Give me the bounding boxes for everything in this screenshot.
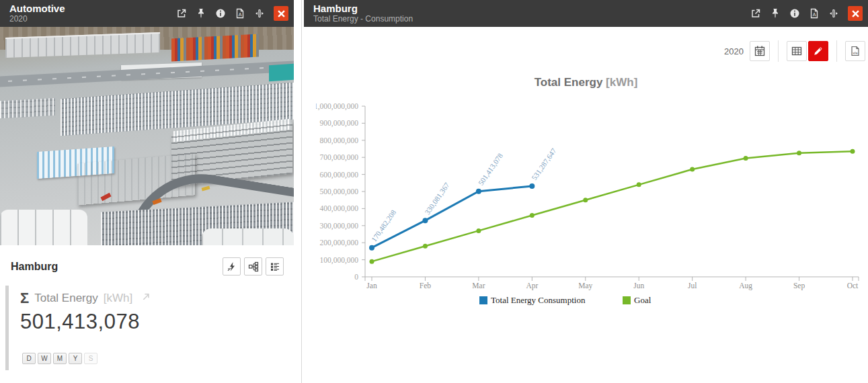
panel-title: Automotive <box>9 3 176 14</box>
svg-text:Apr: Apr <box>526 282 538 290</box>
list-button[interactable] <box>266 257 284 275</box>
sigma-icon: Σ <box>20 291 29 306</box>
svg-text:A: A <box>239 12 242 17</box>
export-xls-button[interactable]: xls <box>845 41 865 61</box>
period-button-d[interactable]: D <box>22 353 36 364</box>
svg-text:Goal: Goal <box>634 295 652 305</box>
kpi-card-total-energy: Σ Total Energy [kWh] 501,413,078 DWMYS <box>5 286 290 370</box>
svg-text:400,000,000: 400,000,000 <box>320 204 359 213</box>
period-button-y[interactable]: Y <box>69 353 82 364</box>
svg-text:900,000,000: 900,000,000 <box>320 119 359 128</box>
svg-text:100,000,000: 100,000,000 <box>320 256 359 265</box>
export-xls-icon: xls <box>849 44 862 58</box>
energy-connection-button[interactable] <box>223 257 241 275</box>
kpi-label-row: Σ Total Energy [kWh] <box>20 291 290 306</box>
svg-text:xls: xls <box>853 51 857 55</box>
panel-header-actions: A <box>176 6 294 21</box>
hierarchy-button[interactable] <box>244 257 262 275</box>
toolbar-separator <box>836 40 837 62</box>
svg-text:Oct: Oct <box>847 282 859 290</box>
svg-text:700,000,000: 700,000,000 <box>320 153 359 162</box>
kpi-unit: [kWh] <box>104 292 132 305</box>
panel-header-actions: A <box>750 6 868 21</box>
panel-chart-header: Hamburg Total Energy - Consumption A <box>304 0 868 27</box>
svg-text:531,287,647: 531,287,647 <box>530 146 558 181</box>
svg-text:Feb: Feb <box>420 282 432 290</box>
table-view-button[interactable] <box>787 41 807 61</box>
toolbar-year-label: 2020 <box>724 46 744 56</box>
period-button-s: S <box>84 353 97 364</box>
svg-text:Aug: Aug <box>739 282 752 290</box>
hierarchy-icon <box>248 261 259 272</box>
panel-title: Hamburg <box>313 3 750 14</box>
site-title: Hamburg <box>11 261 219 273</box>
chart-toolbar: 2020 xls <box>724 40 865 62</box>
svg-text:330,081,367: 330,081,367 <box>423 181 451 216</box>
pencil-icon <box>812 45 824 57</box>
pdf-icon[interactable]: A <box>809 8 820 19</box>
legend-item-goal[interactable]: Goal <box>623 295 652 305</box>
period-buttons: DWMYS <box>22 353 100 364</box>
energy-connection-icon <box>227 261 237 272</box>
split-view-icon[interactable] <box>254 8 265 19</box>
svg-text:1,000,000,000: 1,000,000,000 <box>316 102 358 111</box>
calendar-icon <box>754 45 766 57</box>
energy-line-chart: 0100,000,000200,000,000300,000,000400,00… <box>316 97 861 312</box>
chart-title: Total Energy [kWh] <box>304 76 868 89</box>
panel-subtitle: Total Energy - Consumption <box>313 15 750 24</box>
chart-title-text: Total Energy <box>535 76 603 89</box>
photo-car-lot-left <box>0 98 55 118</box>
svg-text:600,000,000: 600,000,000 <box>320 171 359 179</box>
dashboard: Automotive 2020 A <box>0 0 868 383</box>
svg-text:170,482,208: 170,482,208 <box>370 208 398 243</box>
svg-text:A: A <box>813 12 816 17</box>
svg-text:200,000,000: 200,000,000 <box>320 239 359 247</box>
toolbar-separator <box>778 40 779 62</box>
svg-text:800,000,000: 800,000,000 <box>320 136 359 145</box>
calendar-button[interactable] <box>750 41 770 61</box>
kpi-label: Total Energy <box>34 292 98 305</box>
svg-text:Sep: Sep <box>793 282 805 290</box>
info-icon[interactable] <box>215 8 226 19</box>
list-icon <box>270 261 280 272</box>
legend-item-consumption[interactable]: Total Energy Consumption <box>479 295 586 305</box>
close-panel-button[interactable] <box>274 6 288 21</box>
svg-text:Total Energy Consumption: Total Energy Consumption <box>491 295 586 305</box>
svg-text:0: 0 <box>354 273 358 281</box>
table-icon <box>791 45 803 57</box>
svg-text:500,000,000: 500,000,000 <box>320 187 359 196</box>
panel-automotive-titles: Automotive 2020 <box>0 3 176 24</box>
panel-chart-titles: Hamburg Total Energy - Consumption <box>304 3 750 24</box>
view-toggle-group <box>787 41 828 61</box>
pin-icon[interactable] <box>770 8 781 19</box>
svg-text:300,000,000: 300,000,000 <box>320 222 359 230</box>
facility-aerial-photo <box>0 27 294 245</box>
external-link-icon[interactable] <box>750 8 761 19</box>
period-button-w[interactable]: W <box>38 353 51 364</box>
panel-chart: Hamburg Total Energy - Consumption A 202… <box>304 0 868 383</box>
photo-canopy-left <box>0 210 87 245</box>
expand-arrow-icon[interactable] <box>142 292 149 300</box>
site-section-header: Hamburg <box>11 257 284 275</box>
svg-text:May: May <box>578 282 592 290</box>
panel-subtitle: 2020 <box>9 15 176 24</box>
photo-shipping-containers <box>171 34 259 62</box>
pdf-icon[interactable]: A <box>235 8 245 19</box>
split-view-icon[interactable] <box>828 8 839 19</box>
svg-text:501,413,078: 501,413,078 <box>477 151 505 186</box>
chart-title-unit: [kWh] <box>606 76 637 89</box>
external-link-icon[interactable] <box>176 8 187 19</box>
kpi-value: 501,413,078 <box>20 310 290 334</box>
pin-icon[interactable] <box>196 8 206 19</box>
svg-text:Jan: Jan <box>366 282 377 290</box>
info-icon[interactable] <box>789 8 800 19</box>
panel-automotive: Automotive 2020 A <box>0 0 294 383</box>
panel-divider <box>301 0 302 383</box>
panel-automotive-header: Automotive 2020 A <box>0 0 294 27</box>
period-button-m[interactable]: M <box>53 353 67 364</box>
close-panel-button[interactable] <box>848 6 863 21</box>
chart-edit-button[interactable] <box>808 41 828 61</box>
svg-text:Jul: Jul <box>688 282 697 290</box>
svg-text:Mar: Mar <box>472 282 485 290</box>
chart-area: 0100,000,000200,000,000300,000,000400,00… <box>316 97 861 312</box>
